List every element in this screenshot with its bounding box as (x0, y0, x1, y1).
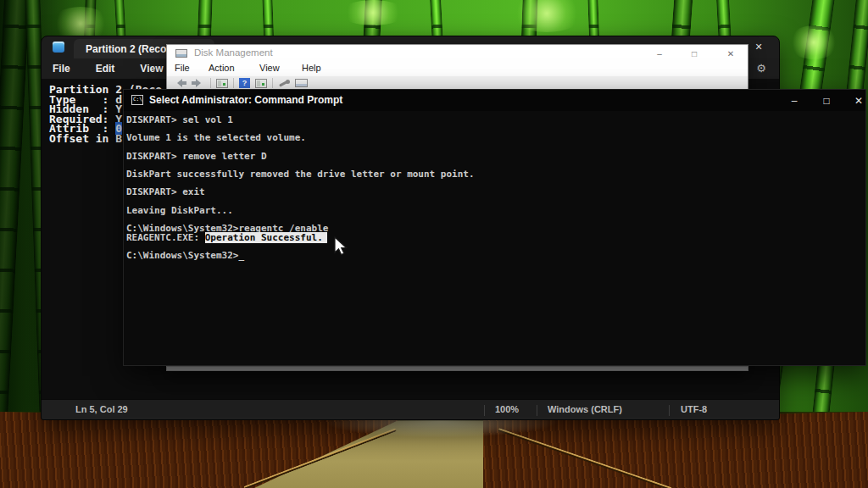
maximize-button[interactable]: □ (680, 45, 709, 62)
status-separator (537, 405, 537, 416)
menu-file[interactable]: File (175, 63, 190, 73)
status-line-ending[interactable]: Windows (CRLF) (548, 404, 622, 414)
disk-management-icon (175, 49, 187, 58)
menu-edit[interactable]: Edit (92, 61, 119, 76)
menu-action[interactable]: Action (209, 63, 235, 73)
notepad-icon (53, 42, 64, 53)
show-action-pane-icon[interactable] (255, 79, 267, 88)
notepad-tab-title: Partition 2 (Recov (86, 43, 172, 55)
close-button[interactable]: ✕ (716, 45, 745, 62)
disk-management-title: Disk Management (194, 47, 273, 58)
toolbar-separator (233, 78, 234, 88)
disk-view-icon[interactable] (295, 79, 308, 87)
minimize-button[interactable]: – (645, 45, 674, 62)
mouse-pointer (334, 236, 353, 260)
toolbar-separator (210, 78, 211, 88)
status-cursor-position: Ln 5, Col 29 (75, 404, 128, 414)
status-zoom-level[interactable]: 100% (495, 404, 519, 414)
show-console-tree-icon[interactable] (216, 79, 228, 88)
command-prompt-titlebar[interactable]: C:\ Select Administrator: Command Prompt… (124, 90, 865, 111)
terminal-output[interactable]: DISKPART> sel vol 1 Volume 1 is the sele… (126, 116, 475, 261)
status-separator (484, 405, 485, 416)
help-icon[interactable]: ? (239, 78, 250, 88)
maximize-button[interactable]: □ (810, 90, 843, 111)
command-prompt-title: Select Administrator: Command Prompt (149, 94, 342, 106)
menu-help[interactable]: Help (302, 63, 321, 73)
minimize-button[interactable]: – (778, 90, 810, 111)
menu-view[interactable]: View (136, 61, 166, 76)
forward-arrow-icon[interactable] (192, 79, 205, 87)
menu-view[interactable]: View (259, 63, 280, 73)
close-button[interactable]: ✕ (843, 90, 868, 111)
status-encoding[interactable]: UTF-8 (681, 404, 707, 414)
disk-management-bottom-edge (167, 366, 748, 370)
terminal-caret: _ (238, 250, 244, 261)
notepad-statusbar: Ln 5, Col 29 100% Windows (CRLF) UTF-8 (42, 399, 779, 419)
menu-file[interactable]: File (49, 61, 74, 76)
terminal-text-selection: Operation Successful. (205, 232, 327, 243)
disk-management-menubar: File Action View Help (167, 62, 748, 76)
toolbar-separator (272, 78, 273, 88)
settings-gear-icon[interactable]: ⚙ (752, 60, 771, 75)
close-button[interactable]: ✕ (747, 39, 771, 55)
command-prompt-icon: C:\ (131, 95, 143, 105)
back-arrow-icon[interactable] (173, 79, 186, 87)
terminal-line-prefix: REAGENTC.EXE: (126, 232, 205, 243)
wrench-tool-icon[interactable] (278, 78, 290, 88)
status-separator (669, 405, 670, 416)
command-prompt-window: C:\ Select Administrator: Command Prompt… (123, 89, 866, 366)
disk-management-titlebar[interactable]: Disk Management – □ ✕ (167, 45, 748, 62)
